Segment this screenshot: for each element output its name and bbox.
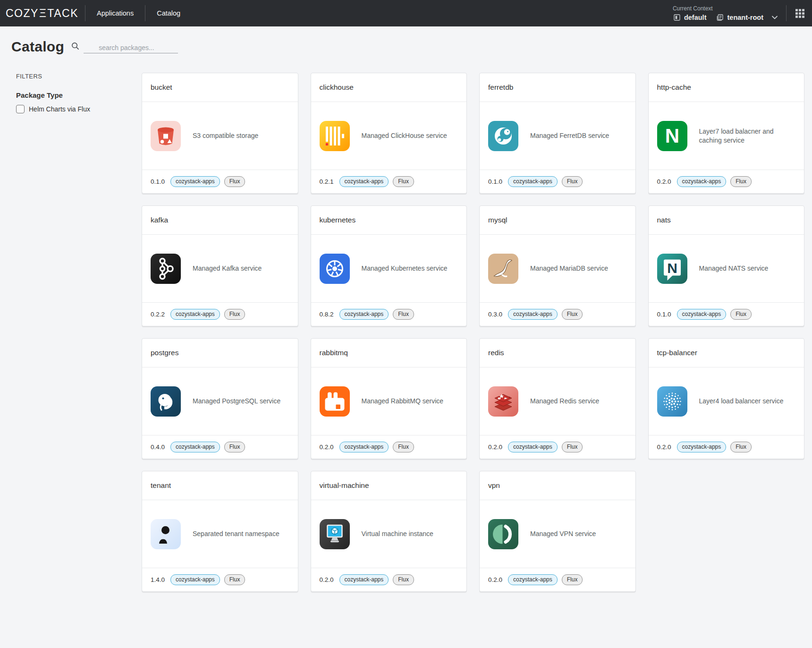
- badge-cozystack-apps: cozystack-apps: [677, 309, 727, 320]
- tenant-documents-icon: [716, 13, 724, 22]
- cluster-icon: [673, 13, 681, 22]
- package-card-virtual-machine[interactable]: virtual-machine Virtual machine instance…: [311, 471, 467, 592]
- filter-option-helm-charts-via-flux[interactable]: Helm Charts via Flux: [16, 105, 142, 113]
- package-card-header: http-cache: [649, 73, 804, 102]
- nats-icon: N: [657, 254, 687, 284]
- apps-grid-icon[interactable]: [794, 8, 805, 19]
- package-card-footer: 0.2.0 cozystack-appsFlux: [480, 435, 635, 459]
- package-card-body: Managed RabbitMQ service: [311, 367, 467, 435]
- search-input[interactable]: [84, 43, 178, 53]
- package-card-ferretdb[interactable]: ferretdb Managed FerretDB service 0.1.0 …: [479, 73, 636, 194]
- nav-link-catalog[interactable]: Catalog: [145, 0, 192, 26]
- package-card-header: postgres: [142, 339, 298, 367]
- cozystack-logo[interactable]: COZYΞTACK: [6, 7, 78, 20]
- badge-flux: Flux: [224, 442, 245, 452]
- package-description: Layer7 load balacner and caching service: [699, 127, 796, 145]
- badge-flux: Flux: [730, 309, 752, 320]
- package-description: Layer4 load balancer service: [699, 397, 787, 406]
- package-card-postgres[interactable]: postgres Managed PostgreSQL service 0.4.…: [142, 338, 298, 459]
- package-card-kafka[interactable]: kafka Managed Kafka service 0.2.2 cozyst…: [142, 205, 298, 326]
- package-description: Managed NATS service: [699, 264, 771, 273]
- package-name: tcp-balancer: [657, 349, 697, 357]
- package-description: S3 compatible storage: [193, 131, 261, 140]
- package-description: Managed Kubernetes service: [362, 264, 450, 273]
- bucket-icon: [151, 121, 181, 151]
- package-name: nats: [657, 216, 671, 224]
- package-card-header: nats: [649, 206, 804, 235]
- badge-flux: Flux: [562, 176, 583, 187]
- package-name: rabbitmq: [320, 349, 348, 357]
- package-card-nats[interactable]: nats N Managed NATS service 0.1.0 cozyst…: [648, 205, 805, 326]
- package-card-footer: 0.8.2 cozystack-appsFlux: [311, 302, 467, 326]
- package-card-mysql[interactable]: mysql Managed MariaDB service 0.3.0 cozy…: [479, 205, 636, 326]
- badge-flux: Flux: [393, 309, 414, 320]
- package-version: 0.2.0: [488, 576, 502, 583]
- rabbitmq-icon: [320, 386, 350, 417]
- package-name: virtual-machine: [320, 481, 369, 490]
- package-version: 0.8.2: [320, 311, 334, 318]
- filters-heading: FILTERS: [16, 73, 142, 80]
- package-card-footer: 0.2.2 cozystack-appsFlux: [142, 302, 298, 326]
- package-description: Managed Kafka service: [193, 264, 264, 273]
- package-name: ferretdb: [488, 83, 513, 92]
- package-card-body: Virtual machine instance: [311, 500, 467, 568]
- package-card-redis[interactable]: redis Managed Redis service 0.2.0 cozyst…: [479, 338, 636, 459]
- package-card-body: S3 compatible storage: [142, 102, 298, 170]
- package-card-footer: 0.3.0 cozystack-appsFlux: [480, 302, 635, 326]
- package-card-clickhouse[interactable]: clickhouse Managed ClickHouse service 0.…: [311, 73, 467, 194]
- package-name: kubernetes: [320, 216, 356, 224]
- package-card-header: tenant: [142, 471, 298, 500]
- package-card-body: Managed Kubernetes service: [311, 235, 467, 302]
- app-screen: COZYΞTACK Applications Catalog Current C…: [0, 0, 812, 648]
- package-card-kubernetes[interactable]: kubernetes Managed Kubernetes service 0.…: [311, 205, 467, 326]
- package-version: 0.3.0: [488, 311, 502, 318]
- badge-flux: Flux: [562, 309, 583, 320]
- package-grid: bucket S3 compatible storage 0.1.0 cozys…: [142, 73, 812, 592]
- badge-cozystack-apps: cozystack-apps: [339, 574, 389, 585]
- package-card-http-cache[interactable]: http-cache N Layer7 load balacner and ca…: [648, 73, 805, 194]
- package-card-body: Managed VPN service: [480, 500, 635, 568]
- badge-flux: Flux: [562, 574, 583, 585]
- package-card-footer: 1.4.0 cozystack-appsFlux: [142, 568, 298, 591]
- badge-cozystack-apps: cozystack-apps: [677, 442, 727, 452]
- nav-link-applications[interactable]: Applications: [85, 0, 145, 26]
- page-title: Catalog: [11, 39, 64, 55]
- package-card-body: Managed PostgreSQL service: [142, 367, 298, 435]
- package-card-header: clickhouse: [311, 73, 467, 102]
- package-version: 0.2.0: [320, 576, 334, 583]
- package-name: vpn: [488, 481, 500, 490]
- badge-flux: Flux: [224, 309, 245, 320]
- package-description: Managed PostgreSQL service: [193, 397, 283, 406]
- package-version: 0.2.0: [320, 443, 334, 451]
- tenant-person-icon: [151, 519, 181, 549]
- package-card-vpn[interactable]: vpn Managed VPN service 0.2.0 cozystack-…: [479, 471, 636, 592]
- package-card-footer: 0.2.0 cozystack-appsFlux: [311, 435, 467, 459]
- nginx-icon: N: [657, 121, 687, 151]
- badge-cozystack-apps: cozystack-apps: [339, 176, 389, 187]
- package-name: kafka: [151, 216, 168, 224]
- package-card-bucket[interactable]: bucket S3 compatible storage 0.1.0 cozys…: [142, 73, 298, 194]
- package-name: mysql: [488, 216, 507, 224]
- package-name: postgres: [151, 349, 178, 357]
- package-card-tenant[interactable]: tenant Separated tenant namespace 1.4.0 …: [142, 471, 298, 592]
- package-card-footer: 0.2.1 cozystack-appsFlux: [311, 170, 467, 193]
- package-card-rabbitmq[interactable]: rabbitmq Managed RabbitMQ service 0.2.0 …: [311, 338, 467, 459]
- filter-group-package-type: Package Type: [16, 91, 142, 99]
- package-card-body: Managed FerretDB service: [480, 102, 635, 170]
- package-description: Managed FerretDB service: [530, 131, 612, 140]
- context-cluster-value: default: [684, 14, 707, 21]
- helm-charts-via-flux-checkbox[interactable]: [16, 105, 25, 113]
- package-description: Managed MariaDB service: [530, 264, 611, 273]
- package-card-header: rabbitmq: [311, 339, 467, 367]
- badge-flux: Flux: [393, 176, 414, 187]
- package-name: tenant: [151, 481, 171, 490]
- package-card-tcp-balancer[interactable]: tcp-balancer Layer4 load balancer servic…: [648, 338, 805, 459]
- filter-option-label: Helm Charts via Flux: [29, 105, 90, 113]
- badge-cozystack-apps: cozystack-apps: [508, 574, 558, 585]
- badge-cozystack-apps: cozystack-apps: [170, 309, 220, 320]
- postgresql-icon: [151, 386, 181, 417]
- package-card-footer: 0.1.0 cozystack-appsFlux: [480, 170, 635, 193]
- package-version: 0.1.0: [657, 311, 671, 318]
- badge-flux: Flux: [224, 574, 245, 585]
- current-context-switcher[interactable]: Current Context default tenant-root: [673, 5, 778, 22]
